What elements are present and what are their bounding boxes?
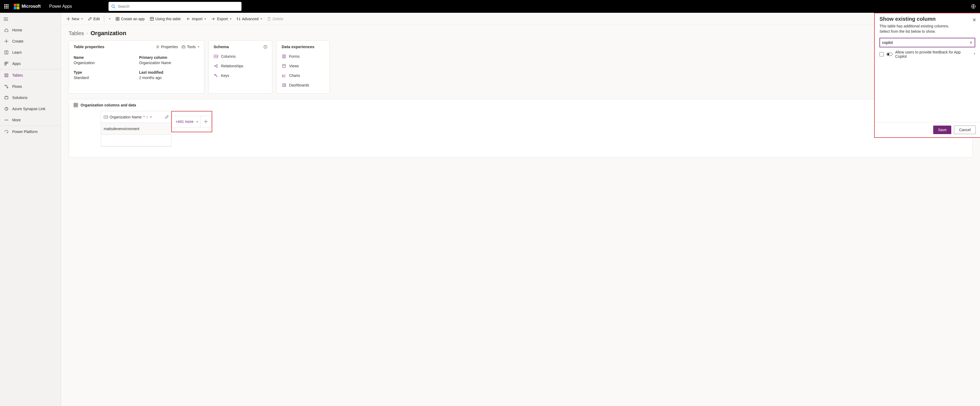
svg-rect-26	[116, 17, 117, 19]
nav-label: More	[12, 118, 21, 122]
card-head-actions: Properties Tools ▾	[156, 45, 199, 49]
cmd-label: Using this table	[155, 17, 181, 21]
chevron-down-icon: ▾	[81, 17, 83, 20]
chevron-down-icon: ▾	[205, 17, 206, 20]
hamburger-menu[interactable]	[0, 14, 61, 24]
schema-columns[interactable]: AbcColumns	[213, 53, 267, 60]
edit-icon[interactable]	[165, 115, 169, 119]
dx-dashboards[interactable]: Dashboards	[282, 81, 325, 89]
dx-views[interactable]: Views	[282, 62, 325, 70]
checkbox[interactable]	[880, 52, 884, 56]
svg-line-1	[114, 7, 115, 8]
svg-point-22	[6, 120, 7, 121]
app-icon	[116, 17, 119, 21]
properties-button[interactable]: Properties	[156, 45, 178, 49]
breadcrumb-current: Organization	[91, 30, 126, 37]
sidebar-item-more[interactable]: More	[0, 115, 61, 126]
cmd-edit-dropdown[interactable]: ▾	[107, 16, 113, 22]
data-row-empty[interactable]	[101, 135, 171, 146]
svg-rect-27	[118, 17, 119, 19]
add-column-button[interactable]	[200, 116, 208, 127]
nav-label: Power Platform	[12, 130, 38, 134]
command-separator	[104, 16, 104, 22]
sidebar-item-tables[interactable]: Tables	[0, 70, 61, 81]
cmd-import[interactable]: Import ▾	[184, 15, 208, 22]
breadcrumb: Tables › Organization	[68, 30, 972, 37]
svg-point-17	[5, 85, 6, 86]
cmd-export[interactable]: Export ▾	[209, 15, 233, 22]
sidebar-item-home[interactable]: Home	[0, 24, 61, 36]
data-row[interactable]: mattsdevenvironment	[101, 123, 171, 135]
panel-footer: Save Cancel	[875, 122, 980, 137]
sidebar-item-flows[interactable]: Flows	[0, 81, 61, 92]
sidebar-item-create[interactable]: Create	[0, 36, 61, 47]
card-title: Schema	[213, 45, 229, 49]
global-header: Microsoft Power Apps	[0, 0, 980, 13]
prop-name-val: Organization	[74, 61, 134, 67]
home-icon	[4, 28, 9, 32]
search-box[interactable]	[108, 2, 242, 11]
column-result-row[interactable]: Allow users to provide feedback for App …	[880, 50, 975, 59]
form-icon	[282, 54, 286, 58]
cmd-edit[interactable]: Edit	[86, 15, 102, 22]
cmd-label: Advanced	[242, 17, 258, 21]
cancel-button[interactable]: Cancel	[954, 126, 976, 134]
panel-search-field[interactable]	[882, 40, 968, 45]
svg-point-37	[157, 46, 158, 47]
more-link[interactable]: +441 more	[175, 119, 193, 124]
sidebar-item-apps[interactable]: Apps	[0, 58, 61, 69]
cmd-create-app[interactable]: Create an app	[113, 15, 147, 22]
schema-relationships[interactable]: Relationships	[213, 62, 267, 70]
cmd-new[interactable]: New ▾	[64, 15, 85, 22]
prop-modified-key: Last modified	[139, 68, 199, 75]
search-input[interactable]	[118, 4, 239, 8]
dx-forms[interactable]: Forms	[282, 53, 325, 60]
clear-search-icon[interactable]: ✕	[969, 40, 972, 45]
panel-subtitle: This table has additional existing colum…	[880, 24, 975, 34]
cmd-advanced[interactable]: Advanced ▾	[235, 15, 264, 22]
sidebar-item-learn[interactable]: Learn	[0, 47, 61, 58]
nav-label: Create	[12, 39, 24, 43]
text-icon: Abc	[213, 55, 218, 58]
svg-point-44	[215, 66, 215, 67]
text-type-icon: Abc	[104, 115, 108, 119]
dx-charts[interactable]: Charts	[282, 72, 325, 79]
tools-button[interactable]: Tools ▾	[181, 45, 199, 49]
svg-point-23	[8, 120, 8, 121]
cmd-using-table[interactable]: Using this table	[148, 15, 183, 22]
key-icon	[213, 74, 218, 77]
column-name: Organization Name	[110, 115, 142, 119]
content: Tables › Organization Table properties P…	[61, 25, 980, 406]
command-bar: New ▾ Edit ▾ Create an app Using this ta…	[61, 13, 980, 25]
more-icon	[4, 119, 9, 121]
info-icon[interactable]	[264, 45, 267, 49]
app-launcher[interactable]	[2, 2, 11, 11]
sidebar-item-power-platform[interactable]: Power Platform	[0, 126, 61, 137]
chevron-down-icon[interactable]: ▾	[197, 120, 198, 123]
cmd-label: Export	[217, 17, 228, 21]
column-header[interactable]: Abc Organization Name * ↑ ▾	[101, 111, 171, 123]
cmd-label: Import	[192, 17, 203, 21]
card-data-experiences: Data experiences Forms Views Charts Dash…	[277, 40, 330, 94]
schema-keys[interactable]: Keys	[213, 72, 267, 79]
breadcrumb-separator: ›	[87, 31, 88, 35]
sidebar-item-solutions[interactable]: Solutions	[0, 92, 61, 103]
required-indicator: *	[143, 115, 145, 119]
panel-close-button[interactable]: ✕	[972, 17, 976, 23]
cmd-delete[interactable]: Delete	[265, 15, 285, 22]
panel-search-input[interactable]: ✕	[880, 38, 975, 47]
required-indicator: *	[974, 52, 975, 56]
columns-data-section: Organization columns and data Abc Organi…	[68, 99, 972, 158]
more-columns: +441 more ▾	[172, 116, 212, 127]
sidebar-item-synapse[interactable]: Azure Synapse Link	[0, 103, 61, 115]
svg-point-41	[265, 46, 266, 46]
plus-icon	[204, 120, 208, 123]
breadcrumb-root[interactable]: Tables	[68, 30, 84, 37]
save-button[interactable]: Save	[933, 126, 951, 134]
globe-icon[interactable]	[971, 4, 976, 9]
search-icon	[111, 4, 115, 8]
plus-icon	[4, 39, 9, 43]
svg-point-0	[112, 5, 115, 8]
app-name: Power Apps	[49, 4, 72, 9]
plus-icon	[67, 17, 70, 21]
